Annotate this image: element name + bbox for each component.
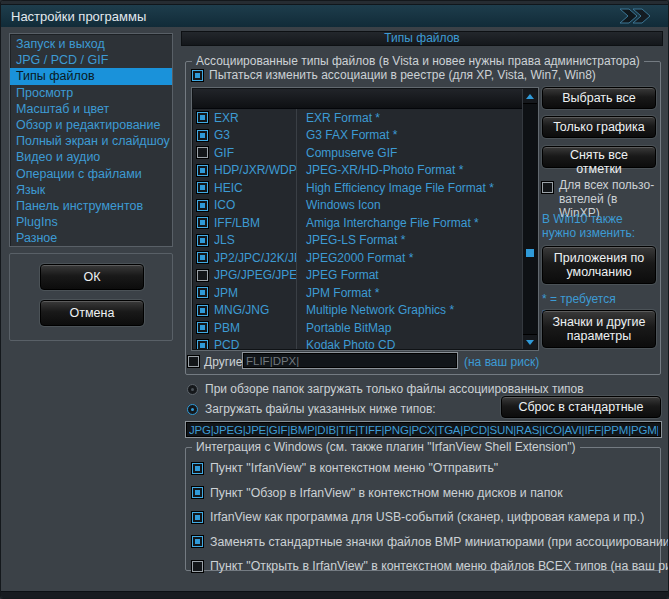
file-type-row[interactable]: HDP/JXR/WDP JPEG-XR/HD-Photo Format *: [193, 162, 522, 180]
file-type-description: Compuserve GIF: [296, 146, 397, 160]
file-type-description: EXR Format *: [296, 111, 380, 125]
cancel-button[interactable]: Отмена: [40, 300, 144, 326]
all-users-checkbox[interactable]: [542, 182, 553, 193]
title-bar[interactable]: Настройки программы: [1, 5, 668, 27]
integration-option-row[interactable]: Пункт "IrfanView" в контекстном меню "От…: [186, 456, 660, 481]
integration-option-row[interactable]: IrfanView как программа для USB-событий …: [186, 505, 660, 530]
clear-all-button[interactable]: Снять все отметки: [542, 146, 656, 168]
scrollbar-thumb[interactable]: [526, 249, 534, 257]
file-type-row[interactable]: HEIC High Efficiency Image File Format *: [193, 179, 522, 197]
file-type-checkbox[interactable]: [197, 112, 208, 123]
file-type-checkbox[interactable]: [197, 130, 208, 141]
integration-option-row[interactable]: Заменять стандартные значки файлов BMP м…: [186, 530, 660, 555]
list-scrollbar[interactable]: [522, 89, 537, 349]
sidebar-item[interactable]: Масштаб и цвет: [10, 101, 172, 117]
file-type-row[interactable]: IFF/LBM Amiga Interchange File Format *: [193, 214, 522, 232]
file-type-checkbox[interactable]: [197, 270, 208, 281]
file-type-description: Portable BitMap: [296, 321, 391, 335]
file-type-description: Multiple Network Graphics *: [296, 303, 454, 317]
scroll-up-button[interactable]: [523, 89, 537, 104]
file-type-checkbox[interactable]: [197, 252, 208, 263]
integration-option-checkbox[interactable]: [192, 561, 203, 572]
sidebar-item[interactable]: Разное: [10, 230, 172, 246]
sidebar-item[interactable]: PlugIns: [10, 214, 172, 230]
file-type-checkbox[interactable]: [197, 217, 208, 228]
graphics-only-button[interactable]: Только графика: [542, 116, 656, 138]
load-custom-radio[interactable]: [187, 404, 198, 415]
integration-option-row[interactable]: Пункт "Обзор в IrfanView" в контекстном …: [186, 481, 660, 506]
integration-option-row[interactable]: Пункт "Открыть в IrfanView" в контекстно…: [186, 554, 660, 579]
file-type-checkbox[interactable]: [197, 182, 208, 193]
file-type-checkbox[interactable]: [197, 340, 208, 349]
icons-options-button[interactable]: Значки и другие параметры: [542, 310, 656, 348]
reset-defaults-button[interactable]: Сброс в стандартные: [501, 396, 661, 418]
file-type-checkbox[interactable]: [197, 287, 208, 298]
integration-option-label: Пункт "Открыть в IrfanView" в контекстно…: [210, 559, 669, 573]
sidebar-item[interactable]: Обзор и редактирование: [10, 117, 172, 133]
file-type-row[interactable]: G3 G3 FAX Format *: [193, 127, 522, 145]
other-extensions-checkbox[interactable]: [188, 356, 199, 367]
page-title: Типы файлов: [181, 31, 663, 46]
selection-actions-column: Выбрать все Только графика Снять все отм…: [540, 62, 658, 374]
extensions-list-input[interactable]: [185, 421, 662, 438]
file-type-row[interactable]: ICO Windows Icon: [193, 197, 522, 215]
file-type-extension: PCD: [214, 338, 296, 349]
file-type-checkbox[interactable]: [197, 305, 208, 316]
sidebar-item[interactable]: Типы файлов: [10, 68, 172, 84]
file-type-description: JPEG-LS Format *: [296, 233, 405, 247]
sidebar-item[interactable]: Запуск и выход: [10, 36, 172, 52]
file-type-row[interactable]: MNG/JNG Multiple Network Graphics *: [193, 302, 522, 320]
file-type-row[interactable]: JLS JPEG-LS Format *: [193, 232, 522, 250]
file-type-description: JPEG2000 Format *: [296, 251, 413, 265]
file-type-checkbox[interactable]: [197, 165, 208, 176]
sidebar-item[interactable]: Язык: [10, 182, 172, 198]
sidebar-item[interactable]: Полный экран и слайдшоу: [10, 133, 172, 149]
other-extensions-input[interactable]: [242, 352, 458, 369]
file-type-row[interactable]: JPM JPM Format *: [193, 284, 522, 302]
integration-option-label: Заменять стандартные значки файлов BMP м…: [210, 535, 669, 549]
file-type-description: G3 FAX Format *: [296, 128, 397, 142]
registry-assoc-row: Пытаться изменить ассоциации в реестре (…: [192, 68, 596, 82]
ok-button[interactable]: ОК: [40, 264, 144, 290]
file-type-row[interactable]: EXR EXR Format *: [193, 109, 522, 127]
file-type-row[interactable]: JPG/JPEG/JPE JPEG Format: [193, 267, 522, 285]
file-type-extension: HDP/JXR/WDP: [214, 163, 296, 177]
load-custom-row: Загружать файлы указанных ниже типов:: [187, 402, 436, 416]
file-type-checkbox[interactable]: [197, 235, 208, 246]
file-type-extension: GIF: [214, 146, 296, 160]
select-all-button[interactable]: Выбрать все: [542, 87, 656, 109]
sidebar-item[interactable]: Панель инструментов: [10, 198, 172, 214]
file-type-row[interactable]: GIF Compuserve GIF: [193, 144, 522, 162]
sidebar-item[interactable]: JPG / PCD / GIF: [10, 52, 172, 68]
sidebar-item[interactable]: Видео и аудио: [10, 149, 172, 165]
file-type-row[interactable]: PCD Kodak Photo CD: [193, 337, 522, 350]
integration-option-label: IrfanView как программа для USB-событий …: [210, 510, 644, 524]
sidebar-item[interactable]: Операции с файлами: [10, 166, 172, 182]
file-type-row[interactable]: PBM Portable BitMap: [193, 319, 522, 337]
file-type-extension: PBM: [214, 321, 296, 335]
file-type-checkbox[interactable]: [197, 200, 208, 211]
arrow-up-icon: [526, 94, 534, 99]
irfanview-logo-icon: [618, 7, 654, 25]
file-type-extension: IFF/LBM: [214, 216, 296, 230]
file-type-extension: ICO: [214, 198, 296, 212]
integration-option-checkbox[interactable]: [192, 512, 203, 523]
file-type-description: Windows Icon: [296, 198, 381, 212]
file-type-checkbox[interactable]: [197, 322, 208, 333]
default-apps-button[interactable]: Приложения по умолчанию: [542, 246, 656, 284]
file-type-description: Kodak Photo CD: [296, 338, 395, 349]
file-type-checkbox[interactable]: [197, 147, 208, 158]
integration-option-checkbox[interactable]: [192, 536, 203, 547]
integration-option-checkbox[interactable]: [192, 487, 203, 498]
registry-assoc-checkbox[interactable]: [192, 70, 203, 81]
other-extensions-risk-note: (на ваш риск): [464, 355, 539, 369]
file-type-row[interactable]: JP2/JPC/J2K/JPF JPEG2000 Format *: [193, 249, 522, 267]
integration-option-checkbox[interactable]: [192, 463, 203, 474]
load-associated-radio[interactable]: [187, 384, 198, 395]
scroll-down-button[interactable]: [523, 334, 537, 349]
file-type-extension: HEIC: [214, 181, 296, 195]
window-bottom-edge: [1, 591, 668, 598]
load-associated-row: При обзоре папок загружать только файлы …: [187, 382, 584, 396]
file-type-description: Amiga Interchange File Format *: [296, 216, 479, 230]
sidebar-item[interactable]: Просмотр: [10, 85, 172, 101]
